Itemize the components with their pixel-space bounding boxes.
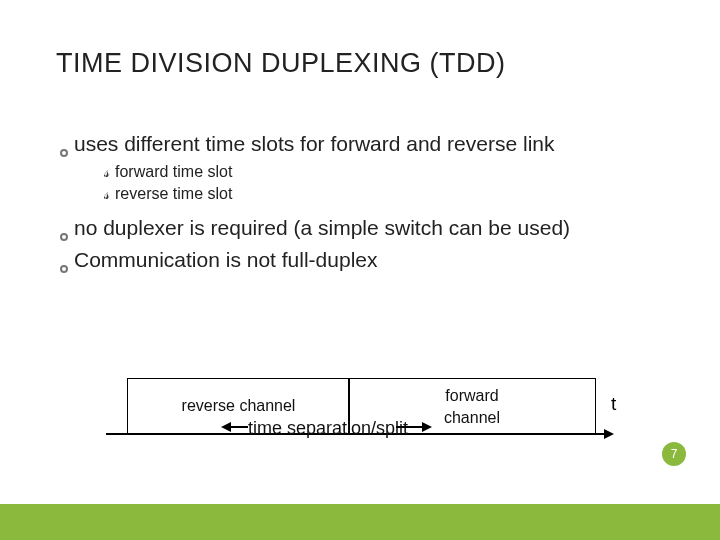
fwd-label-1: forward [445, 387, 498, 404]
sub-list: 𝓈forward time slot 𝓈reverse time slot [104, 161, 660, 204]
sub-bullet-2: 𝓈reverse time slot [104, 183, 660, 205]
circle-bullet-icon [60, 265, 68, 273]
footer-bar [0, 504, 720, 540]
circle-bullet-icon [60, 233, 68, 241]
separation-label: time separation/split [248, 418, 408, 439]
sub-bullet-1: 𝓈forward time slot [104, 161, 660, 183]
title-rest: IME DIVISION DUPLEXING [73, 48, 422, 78]
sub-1-text: forward time slot [115, 163, 232, 180]
page-number: 7 [671, 447, 678, 461]
title-paren: (TDD) [430, 48, 506, 78]
timeline-diagram: reverse channel forward channel t time s… [106, 378, 626, 464]
time-axis-label: t [611, 393, 616, 415]
arrow-right-icon [422, 422, 432, 432]
page-number-badge: 7 [662, 442, 686, 466]
bullet-1: uses different time slots for forward an… [60, 130, 660, 157]
bullet-2-text: no duplexer is required (a simple switch… [74, 216, 570, 239]
arrow-right-line [396, 426, 424, 428]
sub-2-text: reverse time slot [115, 185, 232, 202]
bullet-1-text: uses different time slots for forward an… [74, 132, 555, 155]
rev-label: reverse channel [182, 397, 296, 415]
script-bullet-icon: 𝓈 [104, 161, 109, 183]
bullet-3-text: Communication is not full-duplex [74, 248, 377, 271]
slide: TIME DIVISION DUPLEXING (TDD) uses diffe… [0, 0, 720, 540]
script-bullet-icon: 𝓈 [104, 183, 109, 205]
bullet-3: Communication is not full-duplex [60, 246, 660, 273]
time-axis-arrow-icon [604, 429, 614, 439]
bullet-2: no duplexer is required (a simple switch… [60, 214, 660, 241]
circle-bullet-icon [60, 149, 68, 157]
slide-title: TIME DIVISION DUPLEXING (TDD) [56, 48, 506, 79]
arrow-left-line [230, 426, 248, 428]
content-area: uses different time slots for forward an… [60, 130, 660, 277]
title-small: T [56, 48, 73, 78]
